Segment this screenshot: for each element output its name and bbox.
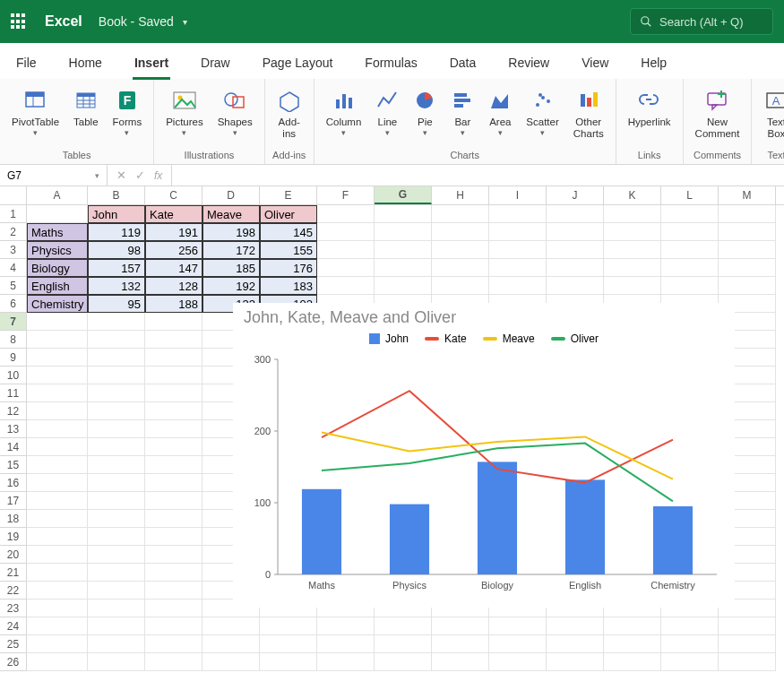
cell[interactable]: 98 bbox=[88, 241, 145, 259]
cell[interactable]: 176 bbox=[260, 259, 317, 277]
cell[interactable] bbox=[27, 384, 88, 402]
cell[interactable] bbox=[661, 653, 719, 671]
cell[interactable] bbox=[604, 223, 661, 241]
cell[interactable]: Physics bbox=[27, 241, 88, 259]
chart-pie-button[interactable]: Pie▾ bbox=[409, 84, 441, 140]
cell[interactable] bbox=[88, 600, 145, 617]
cell[interactable]: 191 bbox=[145, 223, 202, 241]
cell[interactable] bbox=[88, 635, 145, 653]
cell[interactable]: Kate bbox=[145, 205, 202, 223]
cell[interactable] bbox=[432, 205, 489, 223]
cell[interactable] bbox=[547, 223, 604, 241]
shapes-button[interactable]: Shapes▾ bbox=[213, 84, 257, 140]
cell[interactable] bbox=[27, 474, 88, 492]
column-header[interactable]: K bbox=[604, 186, 661, 204]
cell[interactable]: Oliver bbox=[260, 205, 317, 223]
cell[interactable] bbox=[719, 259, 776, 277]
cell[interactable] bbox=[719, 205, 776, 223]
cell[interactable]: John bbox=[88, 205, 145, 223]
cell[interactable] bbox=[317, 277, 375, 295]
cell[interactable] bbox=[88, 456, 145, 474]
row-header[interactable]: 26 bbox=[0, 653, 27, 671]
cell[interactable] bbox=[547, 617, 604, 635]
chart-line-button[interactable]: Line▾ bbox=[371, 84, 403, 140]
row-header[interactable]: 9 bbox=[0, 349, 27, 367]
chart-bar-button[interactable]: Bar▾ bbox=[446, 84, 478, 140]
cell[interactable] bbox=[260, 617, 317, 635]
cell[interactable] bbox=[88, 582, 145, 600]
row-header[interactable]: 16 bbox=[0, 474, 27, 492]
cell[interactable]: 198 bbox=[202, 223, 260, 241]
cell[interactable] bbox=[719, 653, 776, 671]
pivottable-button[interactable]: PivotTable▾ bbox=[7, 84, 64, 140]
row-header[interactable]: 22 bbox=[0, 582, 27, 600]
cell[interactable] bbox=[145, 420, 202, 438]
cell[interactable] bbox=[27, 582, 88, 600]
row-header[interactable]: 5 bbox=[0, 277, 27, 295]
cell[interactable] bbox=[88, 617, 145, 635]
cell[interactable] bbox=[317, 653, 375, 671]
cell[interactable] bbox=[27, 546, 88, 564]
cell[interactable] bbox=[88, 349, 145, 367]
cell[interactable]: English bbox=[27, 277, 88, 295]
cell[interactable] bbox=[375, 205, 432, 223]
cell[interactable] bbox=[547, 635, 604, 653]
cell[interactable] bbox=[145, 635, 202, 653]
app-launcher-icon[interactable] bbox=[11, 13, 27, 30]
row-header[interactable]: 7 bbox=[0, 313, 27, 331]
cell[interactable] bbox=[661, 259, 719, 277]
cell[interactable] bbox=[489, 241, 547, 259]
cell[interactable]: 155 bbox=[260, 241, 317, 259]
cell[interactable]: 128 bbox=[145, 277, 202, 295]
new-comment-button[interactable]: New Comment bbox=[691, 84, 745, 142]
cell[interactable] bbox=[375, 277, 432, 295]
cell[interactable] bbox=[719, 277, 776, 295]
cell[interactable] bbox=[145, 474, 202, 492]
embedded-chart[interactable]: John, Kate, Meave and Oliver JohnKateMea… bbox=[233, 303, 735, 608]
cell[interactable] bbox=[145, 600, 202, 617]
cell[interactable] bbox=[27, 456, 88, 474]
cell[interactable] bbox=[489, 259, 547, 277]
cell[interactable] bbox=[88, 402, 145, 420]
column-header[interactable]: I bbox=[489, 186, 547, 204]
text-box-button[interactable]: AText Box bbox=[759, 84, 784, 142]
cell[interactable]: Maths bbox=[27, 223, 88, 241]
cell[interactable] bbox=[27, 313, 88, 331]
cell[interactable]: 147 bbox=[145, 259, 202, 277]
cell[interactable] bbox=[547, 205, 604, 223]
document-name[interactable]: Book - Saved bbox=[99, 14, 174, 29]
cell[interactable] bbox=[432, 617, 489, 635]
menu-page-layout[interactable]: Page Layout bbox=[246, 47, 349, 79]
cell[interactable] bbox=[604, 259, 661, 277]
cell[interactable] bbox=[317, 223, 375, 241]
cell[interactable] bbox=[661, 223, 719, 241]
row-header[interactable]: 12 bbox=[0, 402, 27, 420]
cell[interactable] bbox=[27, 528, 88, 546]
menu-draw[interactable]: Draw bbox=[185, 47, 246, 79]
cell[interactable] bbox=[604, 635, 661, 653]
menu-file[interactable]: File bbox=[0, 47, 53, 79]
cell[interactable]: 256 bbox=[145, 241, 202, 259]
cell[interactable] bbox=[145, 510, 202, 528]
chevron-down-icon[interactable]: ▾ bbox=[183, 17, 187, 27]
cell[interactable] bbox=[27, 367, 88, 384]
cell[interactable] bbox=[145, 349, 202, 367]
cell[interactable] bbox=[719, 635, 776, 653]
forms-button[interactable]: FForms▾ bbox=[108, 84, 147, 140]
cell[interactable]: 192 bbox=[202, 277, 260, 295]
cell[interactable] bbox=[489, 205, 547, 223]
cell[interactable] bbox=[145, 546, 202, 564]
cell[interactable] bbox=[88, 384, 145, 402]
row-header[interactable]: 20 bbox=[0, 546, 27, 564]
cell[interactable] bbox=[202, 635, 260, 653]
addins-button[interactable]: Add-ins bbox=[272, 84, 306, 142]
cell[interactable]: Chemistry bbox=[27, 295, 88, 313]
cell[interactable] bbox=[27, 600, 88, 617]
cell[interactable] bbox=[145, 402, 202, 420]
cell[interactable] bbox=[88, 492, 145, 510]
cell[interactable] bbox=[661, 205, 719, 223]
pictures-button[interactable]: Pictures▾ bbox=[161, 84, 208, 140]
cell[interactable] bbox=[432, 277, 489, 295]
row-header[interactable]: 23 bbox=[0, 600, 27, 617]
cell[interactable] bbox=[88, 546, 145, 564]
